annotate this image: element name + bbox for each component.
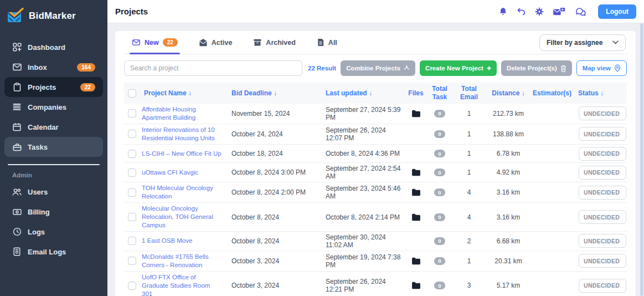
status-dropdown[interactable]: UNDECIDED xyxy=(579,254,626,268)
chevron-down-icon xyxy=(612,40,619,44)
project-name-link[interactable]: Affordable Housing Apartment Building xyxy=(142,105,221,122)
total-email-value: 2 xyxy=(452,237,486,245)
folder-icon[interactable] xyxy=(411,257,421,265)
projects-count-badge: 22 xyxy=(80,83,95,91)
chat-icon[interactable] xyxy=(574,7,588,17)
folder-icon[interactable] xyxy=(411,110,421,118)
sidebar-item-billing[interactable]: Billing xyxy=(4,202,103,222)
sidebar-item-label: Users xyxy=(28,188,48,196)
status-dropdown[interactable]: UNDECIDED xyxy=(579,186,626,200)
combine-projects-button[interactable]: Combine Projects xyxy=(341,60,415,76)
archive-icon xyxy=(253,38,262,47)
tab-label: Active xyxy=(212,39,233,47)
project-name-link[interactable]: 1 East OSB Move xyxy=(142,237,221,245)
table-row: McDonalds #1765 Bells Corners - Renovati… xyxy=(124,251,627,272)
table-row: uOttawa CFI Kavgic October 8, 2024 3:00 … xyxy=(124,163,627,182)
tab-new[interactable]: New 22 xyxy=(132,31,178,54)
users-icon xyxy=(12,188,22,196)
sidebar-item-inbox[interactable]: Inbox 164 xyxy=(4,57,103,77)
bid-deadline-value: October 8, 2024 xyxy=(227,213,321,221)
sidebar-item-label: Billing xyxy=(28,208,50,216)
row-checkbox[interactable] xyxy=(128,169,136,177)
search-input[interactable] xyxy=(124,60,302,76)
admin-section-label: Admin xyxy=(0,172,107,181)
bell-icon[interactable] xyxy=(498,7,508,17)
chevron-down-icon xyxy=(620,259,621,263)
row-checkbox[interactable] xyxy=(128,109,136,118)
total-task-badge: 0 xyxy=(434,237,445,245)
sidebar-item-email-logs[interactable]: Email Logs xyxy=(4,242,103,262)
table-row: LS-CIHI – New Office Fit Up October 18, … xyxy=(124,145,627,164)
sidebar-item-tasks[interactable]: Tasks xyxy=(4,137,103,157)
project-name-link[interactable]: Molecular Oncology Relocation, TOH Gener… xyxy=(142,205,221,229)
vertical-scrollbar[interactable] xyxy=(640,23,643,296)
row-checkbox[interactable] xyxy=(128,237,136,245)
delete-projects-button[interactable]: Delete Project(s) xyxy=(501,60,572,76)
status-dropdown[interactable]: UNDECIDED xyxy=(579,279,626,293)
sidebar-item-logs[interactable]: Logs xyxy=(4,222,103,242)
sidebar-item-users[interactable]: Users xyxy=(4,182,103,202)
map-view-button[interactable]: Map view xyxy=(576,60,627,76)
dashboard-icon xyxy=(12,43,22,52)
tab-label: All xyxy=(328,39,337,47)
header-project-name[interactable]: Project Name ↓ xyxy=(140,88,227,98)
tab-archived[interactable]: Archived xyxy=(253,31,296,54)
delete-projects-label: Delete Project(s) xyxy=(507,65,557,72)
total-task-badge: 0 xyxy=(434,169,445,176)
row-checkbox[interactable] xyxy=(128,130,136,138)
chevron-down-icon xyxy=(620,112,621,115)
table-row: Molecular Oncology Relocation, TOH Gener… xyxy=(124,203,627,232)
row-checkbox[interactable] xyxy=(128,257,136,265)
total-email-value: 4 xyxy=(452,213,486,221)
row-checkbox[interactable] xyxy=(128,150,136,158)
sidebar-item-calendar[interactable]: Calendar xyxy=(4,117,103,137)
project-name-link[interactable]: uOttawa CFI Kavgic xyxy=(142,169,221,177)
row-checkbox[interactable] xyxy=(128,282,136,290)
distance-value: 3.16 km xyxy=(486,213,530,221)
row-checkbox[interactable] xyxy=(128,188,136,197)
status-value: UNDECIDED xyxy=(584,238,620,244)
mail-forward-icon[interactable] xyxy=(553,7,566,17)
folder-icon[interactable] xyxy=(411,169,421,176)
gear-icon[interactable] xyxy=(534,7,544,17)
distance-value: 6.68 km xyxy=(486,237,530,245)
header-distance[interactable]: Distance ↓ xyxy=(486,88,530,99)
sidebar-item-label: Dashboard xyxy=(28,43,65,52)
header-bid-deadline[interactable]: Bid Deadline ↓ xyxy=(227,88,321,98)
status-dropdown[interactable]: UNDECIDED xyxy=(579,210,626,224)
project-name-link[interactable]: LS-CIHI – New Office Fit Up xyxy=(142,150,221,158)
status-dropdown[interactable]: UNDECIDED xyxy=(579,234,626,248)
tab-all[interactable]: All xyxy=(317,31,337,54)
sidebar-item-dashboard[interactable]: Dashboard xyxy=(4,37,103,57)
sidebar-item-label: Companies xyxy=(28,103,66,111)
status-dropdown[interactable]: UNDECIDED xyxy=(579,127,626,141)
sidebar-admin-nav: Users Billing Logs xyxy=(0,182,107,262)
table-row: TOH Molecular Oncology Relocation Octobe… xyxy=(124,182,627,203)
tab-active[interactable]: Active xyxy=(199,31,233,54)
folder-icon[interactable] xyxy=(411,213,421,221)
row-checkbox[interactable] xyxy=(128,213,136,221)
sidebar-item-projects[interactable]: Projects 22 xyxy=(4,77,103,97)
distance-value: 6.78 km xyxy=(486,150,530,157)
status-dropdown[interactable]: UNDECIDED xyxy=(579,147,626,161)
undo-icon[interactable] xyxy=(516,7,526,16)
filter-by-assignee-select[interactable]: Filter by assignee xyxy=(539,34,626,51)
status-dropdown[interactable]: UNDECIDED xyxy=(579,166,626,180)
sidebar-item-label: Calendar xyxy=(28,123,59,131)
bid-deadline-value: October 8, 2024 3:00 PM xyxy=(227,169,321,176)
logout-button[interactable]: Logout xyxy=(598,4,636,19)
header-status[interactable]: Status ↓ xyxy=(574,88,627,98)
status-value: UNDECIDED xyxy=(584,282,620,289)
select-all-checkbox[interactable] xyxy=(128,89,136,98)
project-name-link[interactable]: UofO FTX Office of Graduate Studies Room… xyxy=(142,273,221,296)
status-dropdown[interactable]: UNDECIDED xyxy=(579,106,626,120)
create-new-project-button[interactable]: Create New Project + xyxy=(420,60,497,76)
project-name-link[interactable]: Interior Renovations of 10 Residential H… xyxy=(142,126,221,142)
project-name-link[interactable]: McDonalds #1765 Bells Corners - Renovati… xyxy=(142,253,221,269)
header-last-updated[interactable]: Last updated ↓ xyxy=(321,88,404,98)
total-email-value: 1 xyxy=(452,110,486,118)
project-name-link[interactable]: TOH Molecular Oncology Relocation xyxy=(142,184,221,201)
sidebar-item-companies[interactable]: Companies xyxy=(4,97,103,117)
folder-icon[interactable] xyxy=(411,188,421,196)
folder-icon[interactable] xyxy=(411,282,421,289)
